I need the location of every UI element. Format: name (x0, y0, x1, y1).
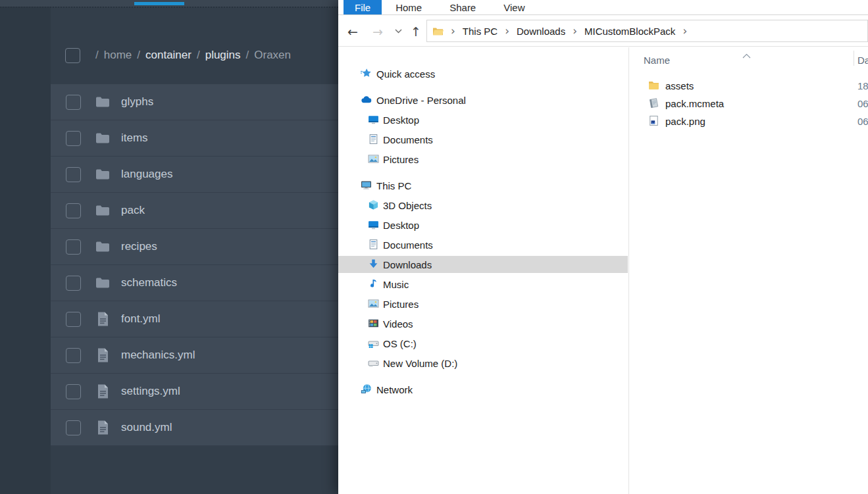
column-header-name[interactable]: Name (644, 55, 670, 66)
file-row[interactable]: settings.yml (51, 374, 338, 410)
navigation-pane-item[interactable]: Pictures (338, 149, 628, 169)
navigation-pane-item[interactable]: 3D Objects (338, 195, 628, 215)
navigation-item-label[interactable]: OneDrive - Personal (376, 95, 466, 106)
breadcrumb-label[interactable]: Oraxen (254, 49, 291, 62)
navigation-pane-item[interactable]: Music (338, 274, 628, 294)
navigation-item-label[interactable]: Desktop (383, 220, 419, 231)
navigation-item-label[interactable]: Documents (383, 134, 433, 145)
address-separator-icon[interactable]: › (573, 24, 577, 37)
explorer-file-name[interactable]: assets (665, 80, 694, 91)
ribbon-tab[interactable]: Share (436, 0, 490, 14)
navigation-item-label[interactable]: New Volume (D:) (383, 358, 457, 369)
file-name[interactable]: recipes (121, 240, 157, 253)
breadcrumb-label[interactable]: home (104, 49, 132, 62)
breadcrumb-segment[interactable]: / home (90, 49, 132, 62)
file-name[interactable]: languages (121, 168, 172, 181)
explorer-file-row[interactable]: pack.png 06 (629, 112, 868, 130)
file-name[interactable]: pack (121, 204, 145, 217)
navigation-pane-item[interactable]: Desktop (338, 215, 628, 235)
file-name[interactable]: font.yml (121, 312, 161, 326)
row-checkbox[interactable] (66, 276, 81, 291)
row-checkbox[interactable] (66, 348, 81, 363)
file-row[interactable]: items (51, 120, 338, 157)
navigation-pane-item[interactable]: Desktop (338, 110, 628, 130)
file-row[interactable]: languages (51, 157, 338, 193)
breadcrumb-label[interactable]: container (145, 49, 191, 62)
navigation-item-label[interactable]: Pictures (383, 299, 419, 310)
navigation-pane-item[interactable]: This PC (338, 176, 628, 195)
address-segment-label[interactable]: Downloads (517, 26, 565, 37)
navigation-pane-item[interactable]: Downloads (338, 255, 628, 274)
address-segment-label[interactable]: This PC (463, 26, 498, 37)
explorer-file-row[interactable]: assets 18 (629, 76, 868, 94)
navigation-pane-item[interactable]: Quick access (338, 64, 628, 84)
file-row[interactable]: pack (51, 193, 338, 229)
up-button[interactable]: ↑ (411, 16, 421, 47)
row-checkbox[interactable] (66, 95, 81, 110)
navigation-item-label[interactable]: Desktop (383, 114, 419, 126)
navigation-item-label[interactable]: Downloads (383, 259, 432, 270)
row-checkbox[interactable] (66, 312, 81, 327)
navigation-item-label[interactable]: This PC (376, 180, 411, 191)
file-row[interactable]: schematics (51, 265, 338, 301)
navigation-item-label[interactable]: Quick access (376, 68, 435, 80)
ribbon-tab[interactable]: File (344, 0, 382, 14)
breadcrumb-segment[interactable]: / plugins (191, 49, 241, 62)
row-checkbox[interactable] (66, 239, 81, 255)
file-row[interactable]: sound.yml (51, 410, 338, 446)
scroll-indicator[interactable] (134, 2, 184, 5)
ribbon-tab[interactable]: View (490, 0, 538, 14)
navigation-item-label[interactable]: Videos (383, 318, 413, 330)
navigation-pane-item[interactable]: Network (338, 380, 628, 399)
row-checkbox[interactable] (66, 420, 81, 435)
file-name[interactable]: mechanics.yml (121, 349, 195, 362)
breadcrumb-segment[interactable]: / Oraxen (241, 49, 291, 62)
column-separator[interactable] (854, 51, 854, 66)
select-all-checkbox[interactable] (65, 48, 80, 63)
file-name[interactable]: sound.yml (121, 421, 172, 434)
navigation-pane-item[interactable]: OneDrive - Personal (338, 90, 628, 110)
address-segment[interactable]: MICustomBlockPack › (584, 24, 694, 37)
back-button[interactable]: ← (347, 16, 358, 47)
address-bar[interactable]: › This PC › Downloads › MICustomBlockPac… (426, 20, 868, 42)
file-name[interactable]: items (121, 132, 148, 145)
address-segment[interactable]: This PC › (463, 24, 517, 37)
row-checkbox[interactable] (66, 203, 81, 218)
address-segment[interactable]: Downloads › (517, 24, 584, 37)
navigation-pane-item[interactable]: Documents (338, 235, 628, 255)
address-separator-icon[interactable]: › (505, 24, 509, 37)
address-segment-label[interactable]: MICustomBlockPack (584, 26, 675, 37)
recent-locations-chevron-icon[interactable] (395, 16, 402, 47)
navigation-item-label[interactable]: 3D Objects (383, 200, 432, 211)
navigation-item-label[interactable]: Network (376, 384, 413, 395)
explorer-file-name[interactable]: pack.mcmeta (665, 97, 724, 109)
file-name[interactable]: schematics (121, 276, 177, 289)
breadcrumb-segment[interactable]: / container (132, 49, 191, 62)
row-checkbox[interactable] (66, 384, 81, 399)
sort-ascending-icon[interactable] (742, 49, 751, 61)
file-row[interactable]: glyphs (51, 84, 338, 120)
file-name[interactable]: glyphs (121, 95, 153, 109)
file-row[interactable]: mechanics.yml (51, 337, 338, 374)
navigation-pane-item[interactable]: New Volume (D:) (338, 353, 628, 373)
explorer-file-name[interactable]: pack.png (665, 115, 705, 126)
ribbon-tab[interactable]: Home (382, 0, 436, 14)
column-header-date[interactable]: Da (857, 55, 868, 66)
file-row[interactable]: font.yml (51, 301, 338, 337)
navigation-item-label[interactable]: Documents (383, 239, 433, 251)
navigation-pane-item[interactable]: Documents (338, 130, 628, 149)
row-checkbox[interactable] (66, 167, 81, 182)
address-separator-icon[interactable]: › (682, 24, 687, 37)
navigation-item-label[interactable]: Pictures (383, 154, 419, 165)
forward-button[interactable]: → (372, 16, 383, 47)
row-checkbox[interactable] (66, 131, 81, 146)
navigation-item-label[interactable]: OS (C:) (383, 338, 417, 349)
file-row[interactable]: recipes (51, 229, 338, 265)
breadcrumb-label[interactable]: plugins (205, 49, 241, 62)
file-name[interactable]: settings.yml (121, 385, 180, 398)
explorer-file-row[interactable]: pack.mcmeta 06 (629, 94, 868, 112)
navigation-pane-item[interactable]: Videos (338, 314, 628, 333)
navigation-item-label[interactable]: Music (383, 279, 409, 290)
navigation-pane-item[interactable]: OS (C:) (338, 333, 628, 353)
navigation-pane-item[interactable]: Pictures (338, 294, 628, 314)
